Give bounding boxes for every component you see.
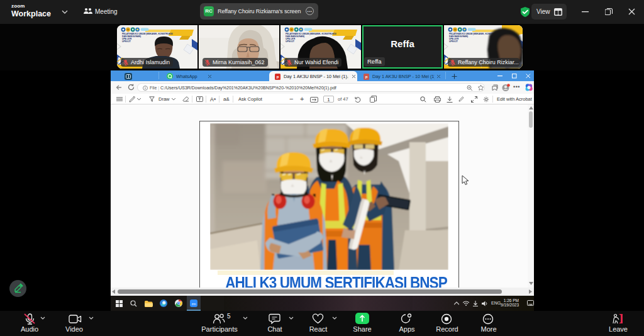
svg-text:P: P <box>365 75 368 79</box>
svg-text:P: P <box>277 75 279 79</box>
svg-text:zm: zm <box>192 302 196 306</box>
